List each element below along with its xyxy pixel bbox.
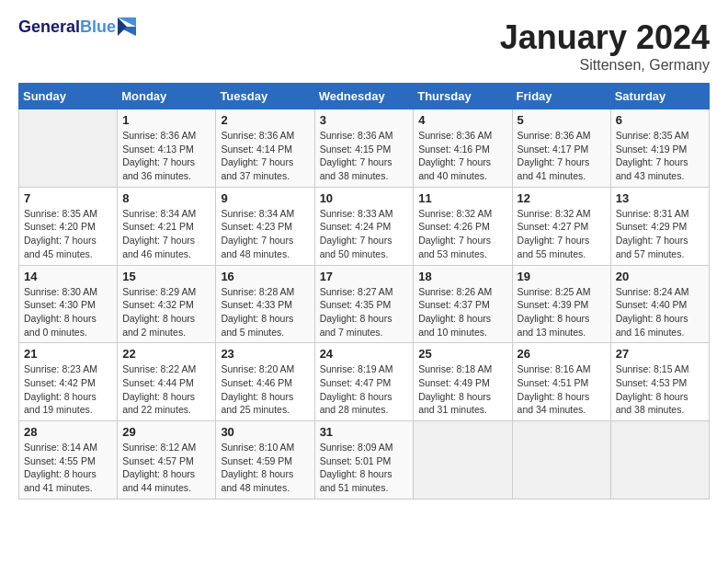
calendar-body: 1Sunrise: 8:36 AMSunset: 4:13 PMDaylight…	[19, 109, 710, 500]
day-number: 24	[320, 347, 409, 361]
weekday-header: Tuesday	[216, 84, 314, 109]
weekday-header: Monday	[118, 84, 216, 109]
calendar-cell: 22Sunrise: 8:22 AMSunset: 4:44 PMDayligh…	[118, 343, 216, 421]
calendar-cell: 4Sunrise: 8:36 AMSunset: 4:16 PMDaylight…	[414, 109, 512, 188]
logo-icon	[118, 17, 136, 36]
day-info: Sunrise: 8:15 AMSunset: 4:53 PMDaylight:…	[616, 362, 704, 417]
weekday-header: Sunday	[19, 84, 118, 109]
day-number: 21	[24, 347, 112, 361]
day-number: 4	[418, 113, 506, 127]
calendar-cell: 28Sunrise: 8:14 AMSunset: 4:55 PMDayligh…	[19, 421, 118, 500]
calendar-cell: 1Sunrise: 8:36 AMSunset: 4:13 PMDaylight…	[118, 109, 216, 188]
page-header: GeneralBlue January 2024 Sittensen, Germ…	[18, 18, 710, 74]
day-info: Sunrise: 8:33 AMSunset: 4:24 PMDaylight:…	[320, 207, 409, 261]
day-number: 26	[518, 347, 606, 361]
day-info: Sunrise: 8:32 AMSunset: 4:26 PMDaylight:…	[418, 207, 506, 261]
calendar-cell: 21Sunrise: 8:23 AMSunset: 4:42 PMDayligh…	[19, 343, 118, 421]
calendar-cell: 29Sunrise: 8:12 AMSunset: 4:57 PMDayligh…	[118, 421, 216, 500]
day-info: Sunrise: 8:16 AMSunset: 4:51 PMDaylight:…	[518, 362, 606, 417]
day-number: 5	[518, 113, 606, 127]
day-number: 27	[616, 347, 704, 361]
calendar-cell: 11Sunrise: 8:32 AMSunset: 4:26 PMDayligh…	[414, 187, 512, 265]
day-number: 25	[418, 347, 506, 361]
calendar-cell	[512, 421, 610, 500]
weekday-header: Saturday	[610, 84, 709, 109]
calendar-cell: 25Sunrise: 8:18 AMSunset: 4:49 PMDayligh…	[414, 343, 512, 421]
day-info: Sunrise: 8:29 AMSunset: 4:32 PMDaylight:…	[122, 285, 210, 339]
calendar-cell: 6Sunrise: 8:35 AMSunset: 4:19 PMDaylight…	[610, 109, 709, 188]
day-info: Sunrise: 8:20 AMSunset: 4:46 PMDaylight:…	[221, 362, 309, 417]
day-info: Sunrise: 8:36 AMSunset: 4:14 PMDaylight:…	[221, 129, 309, 183]
day-number: 14	[24, 270, 112, 283]
calendar-cell: 10Sunrise: 8:33 AMSunset: 4:24 PMDayligh…	[314, 187, 414, 265]
day-number: 29	[122, 425, 210, 439]
calendar-week-row: 14Sunrise: 8:30 AMSunset: 4:30 PMDayligh…	[19, 265, 710, 343]
day-number: 22	[122, 347, 210, 361]
calendar-week-row: 28Sunrise: 8:14 AMSunset: 4:55 PMDayligh…	[19, 421, 710, 500]
calendar-cell: 18Sunrise: 8:26 AMSunset: 4:37 PMDayligh…	[414, 265, 512, 343]
day-info: Sunrise: 8:22 AMSunset: 4:44 PMDaylight:…	[122, 362, 210, 417]
day-number: 9	[221, 191, 309, 205]
day-number: 2	[221, 113, 309, 127]
title-block: January 2024 Sittensen, Germany	[500, 18, 710, 74]
day-number: 18	[418, 270, 506, 283]
weekday-header: Thursday	[414, 84, 512, 109]
day-info: Sunrise: 8:24 AMSunset: 4:40 PMDaylight:…	[616, 285, 704, 339]
calendar-cell	[19, 109, 118, 188]
calendar-cell: 17Sunrise: 8:27 AMSunset: 4:35 PMDayligh…	[314, 265, 414, 343]
day-number: 31	[320, 425, 409, 439]
calendar-cell: 26Sunrise: 8:16 AMSunset: 4:51 PMDayligh…	[512, 343, 610, 421]
weekday-header: Wednesday	[314, 84, 414, 109]
calendar-week-row: 21Sunrise: 8:23 AMSunset: 4:42 PMDayligh…	[19, 343, 710, 421]
calendar-cell: 27Sunrise: 8:15 AMSunset: 4:53 PMDayligh…	[610, 343, 709, 421]
day-number: 28	[24, 425, 112, 439]
day-number: 10	[320, 191, 409, 205]
calendar-cell: 15Sunrise: 8:29 AMSunset: 4:32 PMDayligh…	[118, 265, 216, 343]
location: Sittensen, Germany	[500, 57, 710, 74]
day-number: 19	[518, 270, 606, 283]
calendar-cell	[610, 421, 709, 500]
day-info: Sunrise: 8:14 AMSunset: 4:55 PMDaylight:…	[24, 441, 112, 495]
day-info: Sunrise: 8:32 AMSunset: 4:27 PMDaylight:…	[518, 207, 606, 261]
day-info: Sunrise: 8:26 AMSunset: 4:37 PMDaylight:…	[418, 285, 506, 339]
day-info: Sunrise: 8:28 AMSunset: 4:33 PMDaylight:…	[221, 285, 309, 339]
day-number: 13	[616, 191, 704, 205]
calendar-cell: 5Sunrise: 8:36 AMSunset: 4:17 PMDaylight…	[512, 109, 610, 188]
day-info: Sunrise: 8:09 AMSunset: 5:01 PMDaylight:…	[320, 441, 409, 495]
day-number: 7	[24, 191, 112, 205]
calendar-cell: 7Sunrise: 8:35 AMSunset: 4:20 PMDaylight…	[19, 187, 118, 265]
calendar-header: SundayMondayTuesdayWednesdayThursdayFrid…	[19, 84, 710, 109]
calendar-cell: 30Sunrise: 8:10 AMSunset: 4:59 PMDayligh…	[216, 421, 314, 500]
day-info: Sunrise: 8:36 AMSunset: 4:15 PMDaylight:…	[320, 129, 409, 183]
weekday-header: Friday	[512, 84, 610, 109]
calendar-cell: 14Sunrise: 8:30 AMSunset: 4:30 PMDayligh…	[19, 265, 118, 343]
calendar-cell: 16Sunrise: 8:28 AMSunset: 4:33 PMDayligh…	[216, 265, 314, 343]
day-number: 16	[221, 270, 309, 283]
day-number: 15	[122, 270, 210, 283]
calendar-cell: 13Sunrise: 8:31 AMSunset: 4:29 PMDayligh…	[610, 187, 709, 265]
day-number: 20	[616, 270, 704, 283]
calendar-cell: 9Sunrise: 8:34 AMSunset: 4:23 PMDaylight…	[216, 187, 314, 265]
logo: GeneralBlue	[18, 18, 136, 37]
day-info: Sunrise: 8:27 AMSunset: 4:35 PMDaylight:…	[320, 285, 409, 339]
day-number: 23	[221, 347, 309, 361]
calendar-cell: 12Sunrise: 8:32 AMSunset: 4:27 PMDayligh…	[512, 187, 610, 265]
calendar-cell: 8Sunrise: 8:34 AMSunset: 4:21 PMDaylight…	[118, 187, 216, 265]
day-info: Sunrise: 8:36 AMSunset: 4:17 PMDaylight:…	[518, 129, 606, 183]
day-info: Sunrise: 8:30 AMSunset: 4:30 PMDaylight:…	[24, 285, 112, 339]
day-info: Sunrise: 8:35 AMSunset: 4:19 PMDaylight:…	[616, 129, 704, 183]
day-number: 12	[518, 191, 606, 205]
calendar-table: SundayMondayTuesdayWednesdayThursdayFrid…	[18, 83, 710, 500]
day-info: Sunrise: 8:34 AMSunset: 4:23 PMDaylight:…	[221, 207, 309, 261]
day-info: Sunrise: 8:35 AMSunset: 4:20 PMDaylight:…	[24, 207, 112, 261]
day-number: 1	[122, 113, 210, 127]
calendar-cell: 23Sunrise: 8:20 AMSunset: 4:46 PMDayligh…	[216, 343, 314, 421]
calendar-cell: 24Sunrise: 8:19 AMSunset: 4:47 PMDayligh…	[314, 343, 414, 421]
calendar-cell: 20Sunrise: 8:24 AMSunset: 4:40 PMDayligh…	[610, 265, 709, 343]
day-info: Sunrise: 8:31 AMSunset: 4:29 PMDaylight:…	[616, 207, 704, 261]
day-number: 17	[320, 270, 409, 283]
day-number: 30	[221, 425, 309, 439]
calendar-cell: 3Sunrise: 8:36 AMSunset: 4:15 PMDaylight…	[314, 109, 414, 188]
calendar-cell: 31Sunrise: 8:09 AMSunset: 5:01 PMDayligh…	[314, 421, 414, 500]
logo-text: GeneralBlue	[18, 18, 116, 37]
